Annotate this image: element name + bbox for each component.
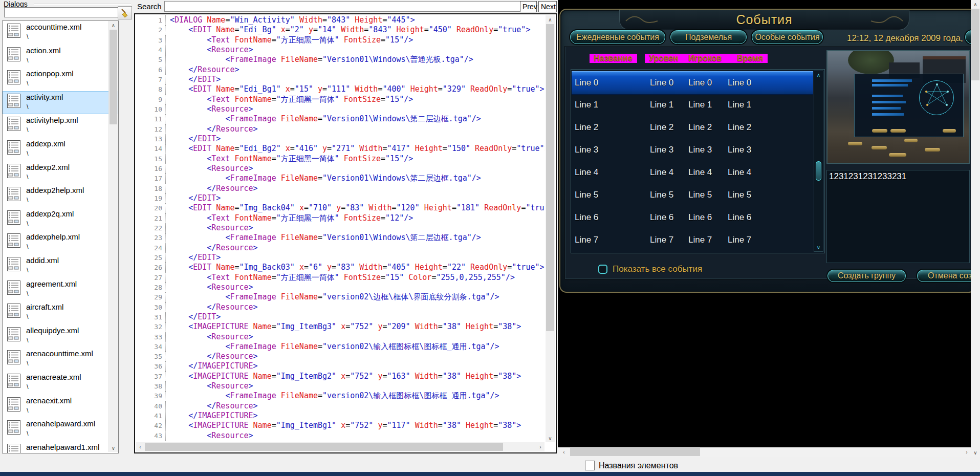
code-line[interactable]: 6 </Resource> <box>136 65 545 75</box>
list-item[interactable]: aircraft.xml\ <box>3 301 118 324</box>
code-line[interactable]: 37 <IMAGEPICTURE Name="Img_ItemBg2" x="7… <box>136 372 545 381</box>
list-item[interactable]: addexp2help.xml\ <box>3 184 118 208</box>
code-view[interactable]: 1<DIALOG Name="Win_Activity" Width="843"… <box>136 15 545 442</box>
code-line[interactable]: 16 <Resource> <box>136 164 545 174</box>
list-item[interactable]: addexphelp.xml\ <box>3 231 118 254</box>
table-row[interactable]: Line 2Line 2Line 2Line 2 <box>572 116 813 139</box>
tab-daily-events[interactable]: Ежедневные события <box>570 30 665 44</box>
column-header-name[interactable]: Название <box>594 54 633 63</box>
scrollbar-thumb[interactable] <box>816 161 821 181</box>
game-horizontal-scrollbar[interactable]: ‹ › <box>558 447 971 457</box>
code-line[interactable]: 23 <FrameImage FileName="Version01\Windo… <box>136 233 545 243</box>
list-item[interactable]: arenahelpaward1.xml\ <box>3 441 118 453</box>
list-item[interactable]: addexp.xml\ <box>3 138 118 161</box>
scrollbar-thumb[interactable] <box>570 448 700 456</box>
scrollbar-thumb[interactable] <box>110 30 117 124</box>
events-table[interactable]: Line 7Line 7Line 7Line 7Line 6Line 6Line… <box>571 69 825 253</box>
column-header-time[interactable]: Время <box>737 54 763 63</box>
code-line[interactable]: 29 <FrameImage FileName="version02\边框\框体… <box>136 292 545 302</box>
code-line[interactable]: 10 <Resource> <box>136 104 545 114</box>
next-button[interactable]: Next <box>538 1 557 12</box>
chevron-up-icon[interactable]: ∧ <box>109 21 118 29</box>
code-line[interactable]: 40 </Resource> <box>136 401 545 411</box>
file-filter-input[interactable] <box>4 7 119 17</box>
code-line[interactable]: 1<DIALOG Name="Win_Activity" Width="843"… <box>136 15 545 25</box>
list-item[interactable]: addid.xml\ <box>3 254 118 278</box>
code-line[interactable]: 43 <Resource> <box>136 431 545 441</box>
chevron-left-icon[interactable]: ‹ <box>136 442 144 451</box>
code-line[interactable]: 12 </Resource> <box>136 124 545 134</box>
code-line[interactable]: 30 </Resource> <box>136 302 545 312</box>
table-row[interactable]: Line 0Line 0Line 0Line 0 <box>572 71 813 95</box>
list-item[interactable]: allequipdye.xml\ <box>3 324 118 348</box>
chevron-down-icon[interactable]: ∨ <box>814 245 823 250</box>
cancel-create-button[interactable]: Отмена созд <box>917 270 971 282</box>
code-line[interactable]: 27 <Text FontName="方正细黑一简体" FontSize="15… <box>136 273 545 283</box>
code-line[interactable]: 35 </Resource> <box>136 352 545 361</box>
list-item[interactable]: agreement.xml\ <box>3 278 118 301</box>
list-item[interactable]: arenacreate.xml\ <box>3 371 118 395</box>
code-line[interactable]: 32 <IMAGEPICTURE Name="Img_ItemBg3" x="7… <box>136 322 545 332</box>
list-item[interactable]: actionpop.xml\ <box>3 68 118 91</box>
code-line[interactable]: 2 <EDIT Name="Edi_Bg" x="2" y="14" Width… <box>136 25 545 35</box>
table-row[interactable]: Line 1Line 1Line 1Line 1 <box>572 94 813 116</box>
list-item[interactable]: addexp2.xml\ <box>3 161 118 185</box>
table-scrollbar[interactable]: ∧ ∨ <box>814 71 823 252</box>
code-line[interactable]: 4 <Resource> <box>136 45 545 55</box>
code-line[interactable]: 13 </EDIT> <box>136 134 545 144</box>
table-row[interactable]: Line 7Line 7Line 7Line 7 <box>572 229 813 251</box>
editor-vertical-scrollbar[interactable]: ∧ ∨ <box>546 15 555 442</box>
chevron-left-icon[interactable]: ‹ <box>560 447 568 457</box>
code-editor[interactable]: 1<DIALOG Name="Win_Activity" Width="843"… <box>134 13 557 453</box>
list-item[interactable]: addexp2q.xml\ <box>3 208 118 231</box>
tab-special-events[interactable]: Особые события <box>752 30 823 44</box>
element-names-checkbox[interactable] <box>585 461 595 470</box>
code-line[interactable]: 26 <EDIT Name="Img_Back03" x="6" y="83" … <box>136 263 545 272</box>
code-line[interactable]: 21 <Text FontName="方正细黑一简体" FontSize="12… <box>136 213 545 223</box>
list-item[interactable]: activity.xml\ <box>3 91 118 115</box>
code-line[interactable]: 36 </IMAGEPICTURE> <box>136 361 545 371</box>
code-line[interactable]: 8 <EDIT Name="Edi_Bg1" x="15" y="111" Wi… <box>136 84 545 94</box>
table-row[interactable]: Line 6Line 6Line 6Line 6 <box>572 206 813 229</box>
code-line[interactable]: 17 <FrameImage FileName="Version01\Windo… <box>136 174 545 183</box>
chevron-up-icon[interactable]: ∧ <box>971 0 980 8</box>
code-line[interactable]: 28 <Resource> <box>136 283 545 292</box>
table-row[interactable]: Line 3Line 3Line 3Line 3 <box>572 139 813 161</box>
code-line[interactable]: 9 <Text FontName="方正细黑一简体" FontSize="15"… <box>136 95 545 104</box>
create-group-button[interactable]: Создать группу <box>827 270 906 282</box>
code-line[interactable]: 39 <FrameImage FileName="version02\输入框图标… <box>136 391 545 401</box>
code-line[interactable]: 31 </EDIT> <box>136 312 545 322</box>
editor-horizontal-scrollbar[interactable]: ‹ › <box>136 442 545 451</box>
code-line[interactable]: 11 <FrameImage FileName="Version01\Windo… <box>136 114 545 124</box>
code-line[interactable]: 22 <Resource> <box>136 223 545 233</box>
scrollbar-thumb[interactable] <box>145 443 503 451</box>
chevron-up-icon[interactable]: ∧ <box>546 15 555 24</box>
list-item[interactable]: arenacounttime.xml\ <box>3 348 118 371</box>
column-header-players[interactable]: Игроков <box>688 54 722 63</box>
search-input[interactable] <box>164 1 521 12</box>
code-line[interactable]: 25 </EDIT> <box>136 253 545 263</box>
code-line[interactable]: 24 </Resource> <box>136 243 545 253</box>
clipped-button[interactable] <box>965 30 971 44</box>
scrollbar-thumb[interactable] <box>546 24 554 331</box>
table-row[interactable]: Line 5Line 5Line 5Line 5 <box>572 184 813 206</box>
code-line[interactable]: 41 </IMAGEPICTURE> <box>136 411 545 421</box>
chevron-right-icon[interactable]: › <box>536 442 545 451</box>
code-line[interactable]: 7 </EDIT> <box>136 75 545 84</box>
list-item[interactable]: arenaexit.xml\ <box>3 395 118 418</box>
code-line[interactable]: 33 <Resource> <box>136 332 545 342</box>
code-line[interactable]: 3 <Text FontName="方正细黑一简体" FontSize="15"… <box>136 35 545 45</box>
clear-filter-button[interactable] <box>118 6 132 19</box>
chevron-down-icon[interactable]: ∨ <box>546 434 555 442</box>
chevron-down-icon[interactable]: ∨ <box>109 444 118 452</box>
code-line[interactable]: 38 <Resource> <box>136 381 545 391</box>
chevron-down-icon[interactable]: ∨ <box>971 448 980 457</box>
chevron-up-icon[interactable]: ∧ <box>814 72 823 78</box>
tab-dungeons[interactable]: Подземелья <box>670 30 747 44</box>
chevron-right-icon[interactable]: › <box>963 447 971 457</box>
list-item[interactable]: accounttime.xml\ <box>3 21 118 45</box>
code-line[interactable]: 20 <EDIT Name="Img_Back04" x="710" y="83… <box>136 203 545 213</box>
table-row[interactable]: Line 4Line 4Line 4Line 4 <box>572 161 813 184</box>
list-item[interactable]: action.xml\ <box>3 45 118 68</box>
column-header-level[interactable]: Уровен <box>649 54 678 63</box>
